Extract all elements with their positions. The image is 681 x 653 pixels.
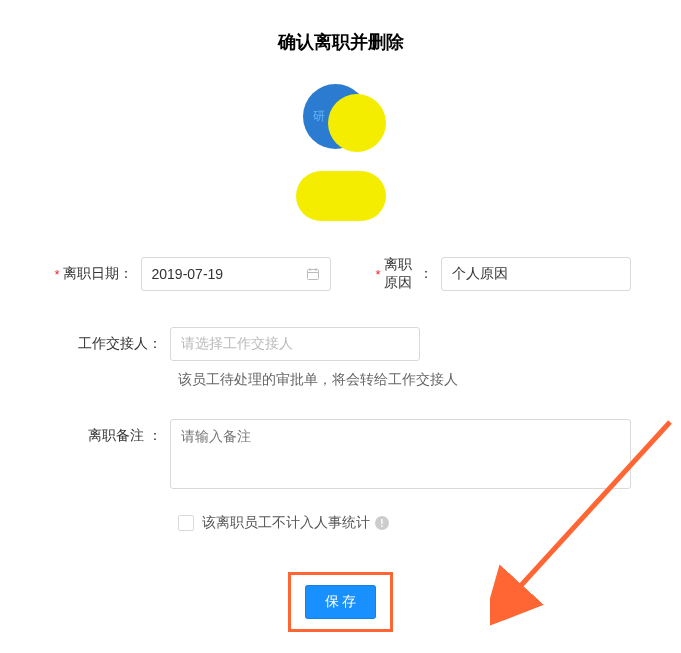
resign-date-value: 2019-07-19 bbox=[152, 266, 224, 282]
row-date-reason: * 离职日期 ： 2019-07-19 * 离职原因 ： 个人原因 bbox=[50, 256, 631, 292]
row-checkbox: 该离职员工不计入人事统计 ! bbox=[178, 514, 631, 532]
resign-reason-label: 离职原因 bbox=[384, 256, 419, 292]
avatar-overlay bbox=[328, 94, 386, 152]
save-button[interactable]: 保 存 bbox=[305, 585, 377, 619]
dialog-title: 确认离职并删除 bbox=[50, 30, 631, 54]
row-handover: 工作交接人 ： 请选择工作交接人 bbox=[50, 327, 631, 361]
remark-label: 离职备注 bbox=[88, 427, 144, 443]
avatar: 研 bbox=[303, 84, 378, 159]
required-asterisk: * bbox=[376, 267, 381, 282]
remark-label-group: 离职备注 ： bbox=[50, 419, 170, 445]
colon: ： bbox=[119, 265, 133, 283]
exclude-stats-label: 该离职员工不计入人事统计 bbox=[202, 514, 370, 532]
info-icon[interactable]: ! bbox=[375, 516, 389, 530]
resign-date-input[interactable]: 2019-07-19 bbox=[141, 257, 331, 291]
handover-placeholder: 请选择工作交接人 bbox=[181, 335, 293, 353]
save-button-highlight-frame: 保 存 bbox=[288, 572, 394, 632]
handover-label-group: 工作交接人 ： bbox=[50, 335, 170, 353]
resign-reason-value: 个人原因 bbox=[452, 265, 508, 283]
calendar-icon bbox=[306, 267, 320, 281]
handover-label: 工作交接人 bbox=[78, 335, 148, 353]
form: * 离职日期 ： 2019-07-19 * 离职原因 ： 个人原因 bbox=[50, 256, 631, 632]
svg-rect-0 bbox=[307, 270, 318, 280]
resign-date-label: 离职日期 bbox=[63, 265, 119, 283]
colon: ： bbox=[148, 335, 162, 353]
name-pill bbox=[296, 171, 386, 221]
button-row: 保 存 bbox=[50, 572, 631, 632]
required-asterisk: * bbox=[54, 267, 59, 282]
remark-textarea[interactable] bbox=[170, 419, 631, 489]
resign-reason-select[interactable]: 个人原因 bbox=[441, 257, 631, 291]
handover-input[interactable]: 请选择工作交接人 bbox=[170, 327, 420, 361]
colon: ： bbox=[148, 427, 162, 443]
avatar-section: 研 bbox=[50, 84, 631, 221]
exclude-stats-checkbox[interactable] bbox=[178, 515, 194, 531]
row-remark: 离职备注 ： bbox=[50, 419, 631, 489]
colon: ： bbox=[419, 265, 433, 283]
handover-help-text: 该员工待处理的审批单，将会转给工作交接人 bbox=[178, 371, 631, 389]
resign-reason-label-group: * 离职原因 ： bbox=[376, 256, 442, 292]
resign-date-label-group: * 离职日期 ： bbox=[50, 265, 141, 283]
